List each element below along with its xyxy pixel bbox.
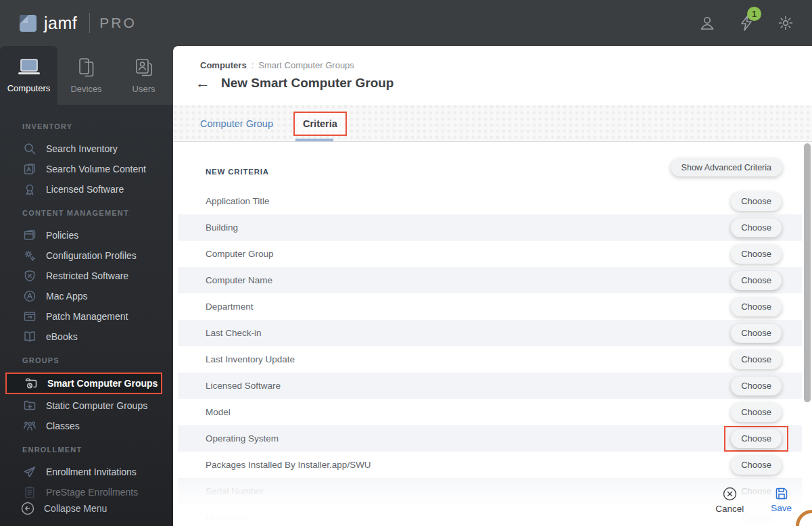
back-arrow-icon[interactable]: ← — [195, 76, 210, 91]
criteria-label: Last Check-in — [206, 328, 262, 338]
sidebar-item-label: Mac Apps — [46, 291, 87, 302]
sidebar-item-search-volume-content[interactable]: Search Volume Content — [0, 159, 173, 179]
criteria-list-header: NEW CRITERIA Show Advanced Criteria — [173, 142, 812, 188]
nav-tab-devices[interactable]: Devices — [57, 46, 115, 105]
sidebar-item-label: Enrollment Invitations — [46, 467, 137, 477]
save-label: Save — [771, 503, 792, 513]
criteria-label: Username — [206, 512, 247, 523]
criteria-row: Computer Group Choose — [178, 241, 802, 267]
tab-computer-group[interactable]: Computer Group — [200, 105, 273, 142]
choose-button[interactable]: Choose — [731, 350, 782, 369]
criteria-label: Building — [206, 222, 238, 233]
notification-badge: 1 — [747, 7, 761, 21]
volume-content-icon — [22, 162, 37, 176]
criteria-label: Computer Name — [206, 275, 272, 285]
cancel-button[interactable]: Cancel — [715, 487, 744, 514]
sidebar-item-configuration-profiles[interactable]: Configuration Profiles — [0, 245, 173, 266]
settings-button[interactable] — [775, 13, 796, 33]
sidebar-menu: INVENTORY Search Inventory Search Volume… — [0, 105, 173, 526]
active-tab-underline — [295, 139, 333, 141]
sidebar-item-patch-management[interactable]: Patch Management — [0, 306, 173, 327]
sidebar-item-ebooks[interactable]: eBooks — [0, 327, 173, 347]
breadcrumb: Computers : Smart Computer Groups — [200, 60, 354, 70]
collapse-menu-button[interactable]: Collapse Menu — [0, 498, 173, 519]
page-title: New Smart Computer Group — [221, 76, 393, 91]
footer-actions: Cancel Save — [715, 487, 792, 514]
choose-button[interactable]: Choose — [731, 403, 782, 422]
choose-button[interactable]: Choose — [731, 377, 782, 396]
gears-icon — [22, 248, 37, 263]
choose-button[interactable]: Choose — [731, 324, 782, 343]
app-store-icon — [22, 289, 37, 304]
sidebar-item-classes[interactable]: Classes — [0, 416, 173, 436]
choose-button[interactable]: Choose — [731, 218, 782, 237]
sidebar: Computers Devices Users — [0, 46, 173, 526]
choose-button[interactable]: Choose — [731, 271, 782, 290]
notifications-button[interactable]: 1 — [736, 13, 757, 33]
criteria-row: Department Choose — [178, 293, 802, 320]
mobile-devices-icon — [76, 57, 97, 78]
sidebar-item-enrollment-invitations[interactable]: Enrollment Invitations — [0, 462, 173, 482]
sidebar-item-licensed-software[interactable]: Licensed Software — [0, 179, 173, 199]
cancel-label: Cancel — [715, 504, 744, 514]
open-book-icon — [22, 329, 37, 344]
criteria-row: Application Title Choose — [178, 188, 802, 214]
criteria-label: Department — [206, 302, 254, 312]
criteria-row: Last Inventory Update Choose — [178, 346, 802, 373]
show-advanced-criteria-button[interactable]: Show Advanced Criteria — [671, 158, 782, 176]
section-header-enrollment: ENROLLMENT — [22, 444, 173, 455]
save-floppy-icon — [775, 487, 788, 500]
sidebar-item-static-computer-groups[interactable]: Static Computer Groups — [0, 396, 173, 416]
smart-folder-icon — [24, 376, 39, 391]
vertical-scrollbar-thumb[interactable] — [804, 143, 811, 402]
cancel-x-icon — [723, 487, 737, 501]
sidebar-item-label: Search Inventory — [46, 143, 118, 154]
jamf-pro-logo: jamf PRO — [19, 13, 137, 33]
choose-button[interactable]: Choose — [731, 245, 782, 264]
static-folder-icon — [22, 398, 37, 413]
criteria-row: Model Choose — [178, 399, 802, 425]
user-cards-icon — [134, 57, 154, 78]
page-title-row: ← New Smart Computer Group — [195, 76, 393, 91]
patch-refresh-icon — [22, 309, 37, 324]
section-header-groups: GROUPS — [22, 354, 173, 366]
nav-tab-label: Devices — [70, 84, 101, 94]
choose-button[interactable]: Choose — [731, 297, 782, 316]
tab-criteria[interactable]: Criteria — [293, 112, 347, 136]
criteria-label: Model — [206, 407, 231, 417]
sidebar-item-search-inventory[interactable]: Search Inventory — [0, 139, 173, 159]
criteria-row: Computer Name Choose — [178, 267, 802, 293]
nav-tab-users[interactable]: Users — [115, 46, 172, 105]
sidebar-item-label: Restricted Software — [46, 270, 128, 281]
sidebar-item-mac-apps[interactable]: Mac Apps — [0, 286, 173, 306]
sidebar-item-smart-computer-groups[interactable]: Smart Computer Groups — [5, 373, 162, 394]
save-button[interactable]: Save — [771, 487, 792, 514]
context-nav-tabs: Computers Devices Users — [0, 46, 173, 105]
choose-button[interactable]: Choose — [731, 192, 782, 211]
nav-tab-computers[interactable]: Computers — [0, 46, 57, 105]
criteria-row: Last Check-in Choose — [178, 320, 802, 346]
brand-suffix: PRO — [99, 15, 137, 31]
gear-icon — [778, 15, 794, 31]
sidebar-item-label: eBooks — [46, 331, 78, 342]
breadcrumb-computers[interactable]: Computers — [200, 60, 247, 70]
nav-tab-label: Users — [133, 84, 156, 94]
sidebar-item-label: Licensed Software — [46, 184, 124, 195]
sidebar-item-label: PreStage Enrollments — [46, 487, 138, 498]
sidebar-item-restricted-software[interactable]: Restricted Software — [0, 266, 173, 286]
laptop-icon — [16, 58, 42, 77]
account-button[interactable] — [697, 13, 717, 33]
section-header-content-management: CONTENT MANAGEMENT — [22, 207, 173, 218]
main-panel: Computers : Smart Computer Groups ← New … — [173, 46, 812, 526]
criteria-rows: Application Title Choose Building Choose… — [178, 188, 802, 526]
sidebar-item-label: Patch Management — [46, 311, 128, 322]
choose-button-operating-system[interactable]: Choose — [731, 429, 782, 448]
sidebar-item-policies[interactable]: Policies — [0, 225, 173, 245]
brand-name: jamf — [44, 14, 77, 33]
browser-window-icon — [22, 228, 37, 243]
criteria-label: Packages Installed By Installer.app/SWU — [206, 460, 371, 470]
choose-button[interactable]: Choose — [731, 456, 782, 475]
sidebar-item-label: Policies — [46, 230, 78, 241]
criteria-row: Building Choose — [178, 214, 802, 241]
jamf-logo-icon — [19, 14, 37, 32]
